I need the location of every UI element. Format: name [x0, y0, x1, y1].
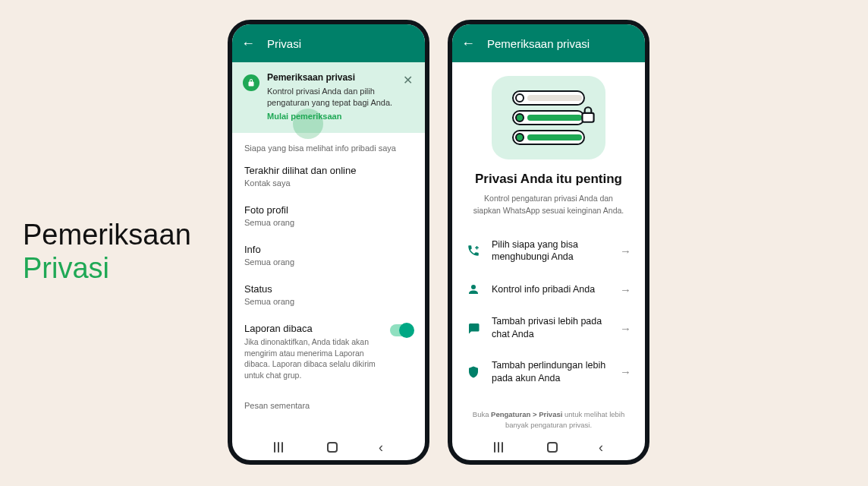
slider-icon [512, 90, 585, 106]
chevron-right-icon: → [620, 245, 631, 257]
slider-icon [512, 110, 585, 125]
phone-body: Pemeriksaan privasi Kontrol privasi Anda… [232, 62, 425, 434]
lock-icon [578, 105, 598, 128]
toggle-switch[interactable] [390, 324, 413, 336]
nav-recent-icon[interactable] [274, 442, 286, 453]
setting-value: Semua orang [244, 297, 413, 306]
setting-value: Kontak saya [244, 178, 413, 188]
setting-profile-photo[interactable]: Foto profil Semua orang [232, 197, 425, 236]
close-icon[interactable]: ✕ [401, 71, 414, 89]
nav-back-icon[interactable]: ‹ [379, 440, 383, 456]
setting-desc: Jika dinonaktifkan, Anda tidak akan meng… [244, 336, 382, 381]
section-header-disappearing: Pesan sementara [232, 390, 425, 415]
hero-title: Privasi Anda itu penting [475, 172, 622, 187]
android-navbar: ‹ [232, 434, 425, 460]
setting-value: Semua orang [244, 218, 413, 227]
setting-label: Info [244, 244, 413, 255]
nav-back-icon[interactable]: ‹ [599, 440, 603, 456]
phone-privacy-settings: ← Privasi Pemeriksaan privasi Kontrol pr… [228, 20, 429, 465]
hero-section: Privasi Anda itu penting Kontrol pengatu… [452, 62, 645, 225]
title-line1: Pemeriksaan [23, 219, 191, 252]
privacy-check-banner[interactable]: Pemeriksaan privasi Kontrol privasi Anda… [232, 62, 425, 133]
shield-lock-icon [466, 364, 481, 380]
banner-body: Kontrol privasi Anda dan pilih pengatura… [267, 86, 394, 109]
footer-hint: Buka Pengaturan > Privasi untuk melihat … [452, 402, 645, 434]
option-text: Pilih siapa yang bisa menghubungi Anda [492, 238, 609, 264]
option-text: Kontrol info pribadi Anda [492, 283, 609, 296]
appbar: ← Pemeriksaan privasi [452, 24, 645, 62]
setting-label: Laporan dibaca [244, 323, 382, 334]
svg-rect-0 [582, 113, 593, 122]
footer-pre: Buka [473, 410, 491, 418]
back-icon[interactable]: ← [241, 36, 255, 52]
lock-badge-icon [243, 74, 259, 91]
appbar: ← Privasi [232, 24, 425, 62]
phone-body: Privasi Anda itu penting Kontrol pengatu… [452, 62, 645, 434]
phone-plus-icon [466, 243, 481, 258]
option-text: Tambah perlindungan lebih pada akun Anda [492, 359, 609, 385]
hero-illustration [492, 76, 605, 159]
appbar-title: Privasi [267, 37, 301, 50]
setting-status[interactable]: Status Semua orang [232, 276, 425, 315]
option-chat-privacy[interactable]: Tambah privasi lebih pada chat Anda → [452, 306, 645, 350]
appbar-title: Pemeriksaan privasi [487, 37, 590, 50]
footer-bold: Pengaturan > Privasi [491, 410, 562, 418]
option-list: Pilih siapa yang bisa menghubungi Anda →… [452, 225, 645, 399]
setting-label: Terakhir dilihat dan online [244, 165, 413, 176]
chevron-right-icon: → [620, 322, 631, 335]
setting-label: Status [244, 283, 413, 295]
chevron-right-icon: → [620, 283, 631, 296]
option-account-protection[interactable]: Tambah perlindungan lebih pada akun Anda… [452, 350, 645, 394]
chat-lock-icon [466, 320, 481, 336]
banner-link[interactable]: Mulai pemeriksaan [267, 111, 394, 122]
setting-info[interactable]: Info Semua orang [232, 236, 425, 276]
nav-home-icon[interactable] [547, 442, 558, 453]
back-icon[interactable]: ← [461, 36, 475, 52]
setting-read-receipts[interactable]: Laporan dibaca Jika dinonaktifkan, Anda … [232, 315, 425, 390]
chevron-right-icon: → [620, 365, 631, 378]
title-line2: Privasi [23, 252, 191, 286]
banner-text: Pemeriksaan privasi Kontrol privasi Anda… [267, 71, 394, 122]
nav-home-icon[interactable] [327, 442, 338, 453]
slider-icon [512, 130, 585, 145]
banner-title: Pemeriksaan privasi [267, 71, 394, 84]
phone-mockups: ← Privasi Pemeriksaan privasi Kontrol pr… [228, 20, 649, 465]
option-personal-info[interactable]: Kontrol info pribadi Anda → [452, 273, 645, 306]
setting-value: Semua orang [244, 257, 413, 267]
setting-label: Foto profil [244, 204, 413, 216]
section-header-who-can-see: Siapa yang bisa melihat info pribadi say… [232, 133, 425, 157]
phone-privacy-checkup: ← Pemeriksaan privasi Privasi Anda itu p… [448, 20, 649, 465]
android-navbar: ‹ [452, 434, 645, 460]
option-who-can-contact[interactable]: Pilih siapa yang bisa menghubungi Anda → [452, 229, 645, 273]
page-title: Pemeriksaan Privasi [23, 219, 191, 285]
setting-last-seen[interactable]: Terakhir dilihat dan online Kontak saya [232, 157, 425, 197]
option-text: Tambah privasi lebih pada chat Anda [492, 315, 609, 341]
tap-indicator [293, 109, 323, 139]
person-icon [466, 282, 481, 297]
hero-subtitle: Kontrol pengaturan privasi Anda dan siap… [467, 193, 630, 217]
nav-recent-icon[interactable] [494, 442, 506, 453]
